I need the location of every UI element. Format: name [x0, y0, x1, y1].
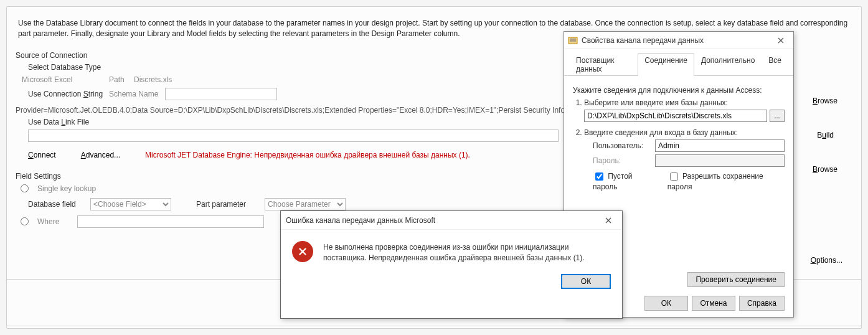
where-input[interactable]: [77, 215, 264, 228]
schema-name-input[interactable]: [165, 88, 277, 100]
properties-dialog-close-button[interactable]: [772, 34, 790, 47]
properties-ok-button[interactable]: ОК: [644, 296, 688, 311]
browse-button-2[interactable]: Browse: [808, 163, 842, 176]
error-ok-button[interactable]: ОК: [561, 274, 611, 289]
connect-link[interactable]: Connect: [28, 151, 56, 159]
tab-all[interactable]: Все: [762, 53, 788, 76]
error-icon: [292, 241, 313, 262]
where-label: Where: [37, 217, 71, 226]
single-key-radio[interactable]: [21, 184, 29, 192]
svg-rect-2: [570, 40, 576, 42]
tab-advanced[interactable]: Дополнительно: [694, 53, 762, 76]
db-path-input[interactable]: [584, 110, 767, 122]
part-param-select[interactable]: Choose Parameter: [265, 198, 346, 210]
use-conn-string-label: Use Connection String: [28, 90, 109, 98]
path-label: Path: [109, 75, 134, 84]
error-dialog-title: Ошибка канала передачи данных Microsoft: [286, 216, 600, 225]
part-param-label: Part parameter: [196, 200, 258, 209]
blank-password-checkbox[interactable]: [595, 172, 603, 181]
properties-dialog-title: Свойства канала передачи данных: [582, 36, 772, 45]
error-dialog-close-button[interactable]: [600, 214, 617, 227]
tab-connection[interactable]: Соединение: [638, 53, 694, 76]
properties-dialog-body: Укажите сведения для подключения к данны…: [564, 76, 793, 205]
error-dialog-titlebar: Ошибка канала передачи данных Microsoft: [281, 211, 622, 230]
properties-help-button[interactable]: Справка: [739, 296, 785, 311]
tab-provider[interactable]: Поставщик данных: [569, 53, 638, 76]
inline-error-text: Microsoft JET Database Engine: Непредвид…: [145, 151, 470, 159]
password-label: Пароль:: [593, 156, 650, 165]
intro-text: Укажите сведения для подключения к данны…: [573, 86, 785, 95]
allow-save-password-wrap[interactable]: Разрешить сохранение пароля: [668, 171, 785, 191]
password-input: [655, 154, 785, 167]
test-connection-button[interactable]: Проверить соединение: [687, 272, 785, 287]
db-field-select[interactable]: <Choose Field>: [90, 198, 171, 210]
properties-cancel-button[interactable]: Отмена: [692, 296, 735, 311]
allow-save-password-checkbox[interactable]: [670, 172, 678, 181]
allow-save-password-label: Разрешить сохранение пароля: [668, 172, 763, 191]
where-radio[interactable]: [21, 217, 29, 225]
blank-password-checkbox-wrap[interactable]: Пустой пароль: [593, 171, 656, 191]
build-button[interactable]: Build: [812, 128, 839, 142]
db-field-label: Database field: [28, 200, 84, 209]
advanced-link[interactable]: Advanced...: [81, 151, 120, 159]
step1-text: Выберите или введите имя базы данных:: [584, 98, 785, 107]
properties-dialog-titlebar: Свойства канала передачи данных: [564, 32, 793, 49]
browse-button-1[interactable]: Browse: [808, 94, 842, 108]
use-data-link-label: Use Data Link File: [28, 118, 89, 126]
username-label: Пользователь:: [593, 141, 650, 150]
svg-rect-1: [570, 39, 576, 40]
error-dialog: Ошибка канала передачи данных Microsoft …: [280, 210, 623, 319]
data-link-file-input[interactable]: [28, 130, 559, 142]
single-key-label: Single key lookup: [37, 184, 96, 193]
error-message: Не выполнена проверка соединения из-за о…: [323, 241, 611, 264]
schema-name-label: Schema Name: [109, 90, 165, 98]
properties-tabs: Поставщик данных Соединение Дополнительн…: [564, 49, 793, 76]
options-button[interactable]: Options...: [806, 253, 847, 267]
db-path-browse-button[interactable]: ...: [770, 110, 785, 122]
step2-text: Введите сведения для входа в базу данных…: [584, 128, 785, 137]
data-link-icon: [568, 35, 578, 45]
select-database-type-label: Select Database Type: [28, 63, 101, 72]
provider-name: Microsoft Excel: [22, 75, 109, 84]
username-input[interactable]: [655, 139, 785, 152]
path-value: Discrets.xls: [134, 75, 172, 84]
